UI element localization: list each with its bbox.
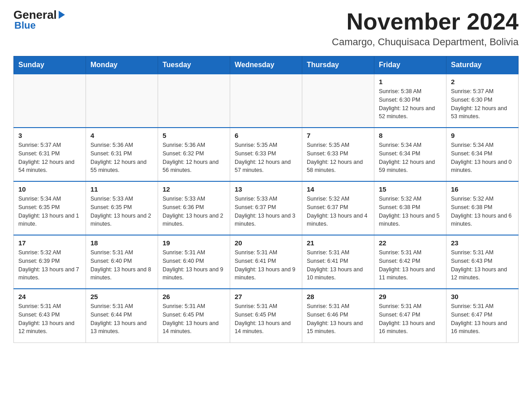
day-info: Sunrise: 5:32 AMSunset: 6:37 PMDaylight:… — [307, 195, 369, 228]
calendar-cell: 24Sunrise: 5:31 AMSunset: 6:43 PMDayligh… — [14, 289, 86, 342]
day-number: 28 — [307, 293, 369, 300]
calendar-cell: 25Sunrise: 5:31 AMSunset: 6:44 PMDayligh… — [86, 289, 158, 342]
calendar-cell: 30Sunrise: 5:31 AMSunset: 6:47 PMDayligh… — [446, 289, 519, 342]
calendar-cell: 21Sunrise: 5:31 AMSunset: 6:41 PMDayligh… — [302, 235, 374, 289]
logo-general-text: General — [13, 9, 65, 21]
calendar-week-row: 10Sunrise: 5:34 AMSunset: 6:35 PMDayligh… — [14, 181, 519, 235]
day-info: Sunrise: 5:34 AMSunset: 6:34 PMDaylight:… — [451, 141, 514, 175]
day-number: 1 — [379, 78, 442, 86]
title-area: November 2024 Camargo, Chuquisaca Depart… — [332, 9, 519, 48]
day-info: Sunrise: 5:33 AMSunset: 6:36 PMDaylight:… — [163, 195, 225, 228]
day-of-week-header: Saturday — [446, 56, 519, 74]
calendar-cell — [158, 74, 230, 128]
calendar-cell: 9Sunrise: 5:34 AMSunset: 6:34 PMDaylight… — [446, 128, 519, 181]
day-info: Sunrise: 5:31 AMSunset: 6:45 PMDaylight:… — [235, 302, 297, 336]
calendar-cell: 13Sunrise: 5:33 AMSunset: 6:37 PMDayligh… — [230, 181, 302, 235]
day-info: Sunrise: 5:31 AMSunset: 6:42 PMDaylight:… — [379, 248, 442, 282]
calendar-cell — [302, 74, 374, 128]
day-info: Sunrise: 5:37 AMSunset: 6:31 PMDaylight:… — [18, 141, 81, 175]
calendar-cell: 6Sunrise: 5:35 AMSunset: 6:33 PMDaylight… — [230, 128, 302, 181]
page-header: General Blue November 2024 Camargo, Chuq… — [13, 9, 519, 48]
calendar-cell: 18Sunrise: 5:31 AMSunset: 6:40 PMDayligh… — [86, 235, 158, 289]
day-number: 10 — [18, 185, 81, 193]
day-info: Sunrise: 5:32 AMSunset: 6:38 PMDaylight:… — [451, 195, 514, 228]
day-info: Sunrise: 5:35 AMSunset: 6:33 PMDaylight:… — [235, 141, 297, 175]
month-title: November 2024 — [332, 9, 519, 34]
day-info: Sunrise: 5:32 AMSunset: 6:39 PMDaylight:… — [18, 248, 81, 282]
day-info: Sunrise: 5:34 AMSunset: 6:34 PMDaylight:… — [379, 141, 442, 175]
calendar-cell: 22Sunrise: 5:31 AMSunset: 6:42 PMDayligh… — [374, 235, 446, 289]
day-info: Sunrise: 5:31 AMSunset: 6:40 PMDaylight:… — [163, 248, 225, 282]
calendar-week-row: 1Sunrise: 5:38 AMSunset: 6:30 PMDaylight… — [14, 74, 519, 128]
day-of-week-header: Monday — [86, 56, 158, 74]
calendar-cell: 15Sunrise: 5:32 AMSunset: 6:38 PMDayligh… — [374, 181, 446, 235]
calendar-cell: 7Sunrise: 5:35 AMSunset: 6:33 PMDaylight… — [302, 128, 374, 181]
calendar-cell — [230, 74, 302, 128]
day-number: 19 — [163, 239, 225, 247]
calendar-week-row: 24Sunrise: 5:31 AMSunset: 6:43 PMDayligh… — [14, 289, 519, 342]
calendar-cell: 28Sunrise: 5:31 AMSunset: 6:46 PMDayligh… — [302, 289, 374, 342]
day-info: Sunrise: 5:38 AMSunset: 6:30 PMDaylight:… — [379, 87, 442, 121]
day-number: 14 — [307, 185, 369, 193]
calendar-cell — [14, 74, 86, 128]
day-info: Sunrise: 5:31 AMSunset: 6:41 PMDaylight:… — [235, 248, 297, 282]
day-of-week-header: Friday — [374, 56, 446, 74]
day-info: Sunrise: 5:33 AMSunset: 6:35 PMDaylight:… — [90, 195, 153, 228]
day-number: 22 — [379, 239, 442, 247]
calendar-cell: 5Sunrise: 5:36 AMSunset: 6:32 PMDaylight… — [158, 128, 230, 181]
logo-blue-text: Blue — [14, 20, 36, 31]
logo-arrow-icon — [59, 11, 65, 19]
day-number: 23 — [451, 239, 514, 247]
day-number: 9 — [451, 132, 514, 139]
calendar-cell: 3Sunrise: 5:37 AMSunset: 6:31 PMDaylight… — [14, 128, 86, 181]
calendar-cell — [86, 74, 158, 128]
day-of-week-header: Thursday — [302, 56, 374, 74]
day-info: Sunrise: 5:31 AMSunset: 6:40 PMDaylight:… — [90, 248, 153, 282]
day-number: 13 — [235, 185, 297, 193]
day-info: Sunrise: 5:33 AMSunset: 6:37 PMDaylight:… — [235, 195, 297, 228]
day-number: 8 — [379, 132, 442, 139]
day-number: 2 — [451, 78, 514, 86]
calendar-cell: 27Sunrise: 5:31 AMSunset: 6:45 PMDayligh… — [230, 289, 302, 342]
day-of-week-header: Wednesday — [230, 56, 302, 74]
calendar-cell: 8Sunrise: 5:34 AMSunset: 6:34 PMDaylight… — [374, 128, 446, 181]
day-info: Sunrise: 5:36 AMSunset: 6:31 PMDaylight:… — [90, 141, 153, 175]
day-info: Sunrise: 5:31 AMSunset: 6:41 PMDaylight:… — [307, 248, 369, 282]
day-number: 20 — [235, 239, 297, 247]
calendar-cell: 23Sunrise: 5:31 AMSunset: 6:43 PMDayligh… — [446, 235, 519, 289]
day-number: 15 — [379, 185, 442, 193]
calendar-cell: 26Sunrise: 5:31 AMSunset: 6:45 PMDayligh… — [158, 289, 230, 342]
calendar-cell: 29Sunrise: 5:31 AMSunset: 6:47 PMDayligh… — [374, 289, 446, 342]
calendar-cell: 14Sunrise: 5:32 AMSunset: 6:37 PMDayligh… — [302, 181, 374, 235]
logo: General Blue — [13, 9, 65, 31]
calendar-cell: 17Sunrise: 5:32 AMSunset: 6:39 PMDayligh… — [14, 235, 86, 289]
calendar-cell: 1Sunrise: 5:38 AMSunset: 6:30 PMDaylight… — [374, 74, 446, 128]
day-info: Sunrise: 5:31 AMSunset: 6:44 PMDaylight:… — [90, 302, 153, 336]
day-info: Sunrise: 5:31 AMSunset: 6:45 PMDaylight:… — [163, 302, 225, 336]
day-info: Sunrise: 5:31 AMSunset: 6:43 PMDaylight:… — [18, 302, 81, 336]
day-info: Sunrise: 5:36 AMSunset: 6:32 PMDaylight:… — [163, 141, 225, 175]
calendar-header-row: SundayMondayTuesdayWednesdayThursdayFrid… — [14, 56, 519, 74]
day-number: 5 — [163, 132, 225, 139]
calendar-cell: 2Sunrise: 5:37 AMSunset: 6:30 PMDaylight… — [446, 74, 519, 128]
day-number: 30 — [451, 293, 514, 300]
day-number: 12 — [163, 185, 225, 193]
calendar-cell: 10Sunrise: 5:34 AMSunset: 6:35 PMDayligh… — [14, 181, 86, 235]
day-info: Sunrise: 5:35 AMSunset: 6:33 PMDaylight:… — [307, 141, 369, 175]
day-number: 29 — [379, 293, 442, 300]
day-info: Sunrise: 5:31 AMSunset: 6:46 PMDaylight:… — [307, 302, 369, 336]
calendar-cell: 20Sunrise: 5:31 AMSunset: 6:41 PMDayligh… — [230, 235, 302, 289]
day-info: Sunrise: 5:37 AMSunset: 6:30 PMDaylight:… — [451, 87, 514, 121]
day-info: Sunrise: 5:32 AMSunset: 6:38 PMDaylight:… — [379, 195, 442, 228]
day-number: 26 — [163, 293, 225, 300]
calendar-table: SundayMondayTuesdayWednesdayThursdayFrid… — [13, 56, 519, 343]
day-number: 21 — [307, 239, 369, 247]
day-of-week-header: Tuesday — [158, 56, 230, 74]
day-number: 16 — [451, 185, 514, 193]
day-number: 3 — [18, 132, 81, 139]
calendar-week-row: 3Sunrise: 5:37 AMSunset: 6:31 PMDaylight… — [14, 128, 519, 181]
day-number: 11 — [90, 185, 153, 193]
day-of-week-header: Sunday — [14, 56, 86, 74]
day-number: 7 — [307, 132, 369, 139]
day-info: Sunrise: 5:31 AMSunset: 6:43 PMDaylight:… — [451, 248, 514, 282]
